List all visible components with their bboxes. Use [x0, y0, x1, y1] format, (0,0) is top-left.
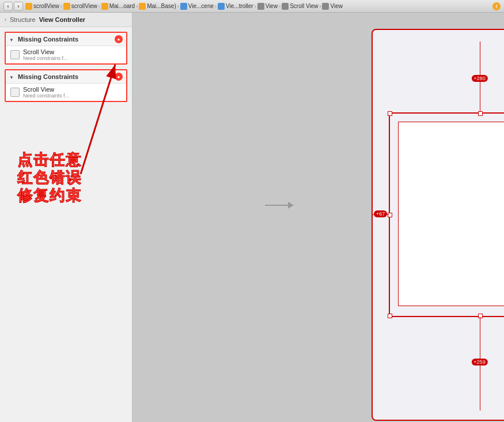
breadcrumb-icon-1 [25, 3, 32, 10]
breadcrumb-label-1: scrollView [33, 3, 59, 9]
breadcrumb-item-1[interactable]: scrollView [25, 3, 59, 10]
breadcrumb-item-6[interactable]: Vie...troller [218, 3, 253, 10]
scroll-view-icon-1 [10, 50, 20, 59]
warning-icon[interactable]: ! [492, 2, 501, 10]
breadcrumb-item-5[interactable]: Vie...cene [180, 3, 214, 10]
breadcrumb-sep-8: › [319, 3, 321, 9]
error-dot-1: ● [115, 35, 123, 43]
nav-buttons[interactable]: ‹ › [3, 2, 23, 11]
constraint-item-detail-1: Need constrains f... [23, 55, 68, 61]
breadcrumb-sep-7: › [279, 3, 281, 9]
scroll-view-icon-2 [10, 88, 20, 97]
breadcrumb-sep-2: › [98, 3, 100, 9]
sidebar-structure-label: Structure [10, 16, 36, 23]
breadcrumb-sep-4: › [177, 3, 179, 9]
constraint-section-2[interactable]: ▼ Missing Constraints ● Scroll View Need… [5, 69, 127, 102]
breadcrumb-icon-9 [322, 3, 329, 10]
breadcrumb-item-9[interactable]: View [322, 3, 343, 10]
scroll-view-border [389, 112, 504, 317]
breadcrumb-icon-5 [180, 3, 187, 10]
handle-tl[interactable] [388, 111, 392, 116]
top-constraint-label: +280 [471, 75, 487, 82]
annotation-line-3: 修复约束 [17, 187, 82, 205]
breadcrumb-label-6: Vie...troller [226, 3, 253, 9]
breadcrumb-label-7: View [266, 3, 278, 9]
section-triangle-1: ▼ [9, 37, 14, 43]
constraint-item-detail-2: Need constraints f... [23, 93, 69, 99]
top-bar: ‹ › scrollView › scrollView › Mai...oard… [0, 0, 504, 13]
annotation-line-1: 点击任意 [17, 151, 82, 169]
sidebar-chevron: ‹ [5, 17, 6, 22]
breadcrumb-icon-7 [257, 3, 264, 10]
breadcrumb-icon-3 [101, 3, 108, 10]
constraint-item-text-1: Scroll View Need constrains f... [23, 48, 68, 61]
constraint-section-header-1: ▼ Missing Constraints ● [6, 33, 126, 46]
section-triangle-2: ▼ [9, 75, 14, 80]
transition-arrow [265, 202, 294, 209]
main-layout: ‹ Structure View Controller ▼ Missing Co… [0, 13, 504, 422]
breadcrumb-label-3: Mai...oard [109, 3, 135, 9]
handle-bc[interactable] [478, 314, 483, 318]
top-bar-right: ! [492, 2, 501, 10]
sidebar-header: ‹ Structure View Controller [0, 13, 132, 27]
section-title-1: Missing Constraints [18, 36, 78, 43]
bottom-constraint-label: +259 [471, 359, 487, 366]
constraint-section-header-2: ▼ Missing Constraints ● [6, 70, 126, 84]
iphone-mockup: +280 [372, 29, 504, 421]
annotation-text: 点击任意 红色错误 修复约束 [17, 151, 82, 205]
canvas: +280 [132, 13, 504, 422]
constraint-item-1[interactable]: Scroll View Need constrains f... [6, 46, 126, 63]
constraint-item-text-2: Scroll View Need constraints f... [23, 86, 69, 99]
error-dot-2: ● [115, 73, 123, 81]
breadcrumb-sep-5: › [215, 3, 217, 9]
breadcrumb-icon-2 [63, 3, 70, 10]
section-title-2: Missing Constraints [18, 73, 78, 80]
arrow-shaft [265, 205, 288, 206]
breadcrumb-item-7[interactable]: View [257, 3, 278, 10]
inner-content-view [398, 122, 504, 306]
breadcrumb-label-2: scrollView [71, 3, 97, 9]
breadcrumb-icon-4 [139, 3, 146, 10]
breadcrumb-label-9: View [330, 3, 343, 9]
breadcrumb: scrollView › scrollView › Mai...oard › M… [25, 3, 343, 10]
handle-bl[interactable] [388, 314, 392, 318]
breadcrumb-sep-6: › [255, 3, 256, 9]
handle-tc[interactable] [478, 111, 483, 116]
breadcrumb-icon-8 [282, 3, 289, 10]
breadcrumb-sep-3: › [136, 3, 138, 9]
constraint-item-name-2: Scroll View [23, 86, 69, 93]
constraint-item-name-1: Scroll View [23, 48, 68, 55]
constraint-section-1[interactable]: ▼ Missing Constraints ● Scroll View Need… [5, 32, 127, 65]
sidebar-viewcontroller-label: View Controller [39, 16, 85, 23]
breadcrumb-item-4[interactable]: Mai...Base) [139, 3, 176, 10]
breadcrumb-label-4: Mai...Base) [147, 3, 176, 9]
constraint-item-2[interactable]: Scroll View Need constraints f... [6, 84, 126, 101]
breadcrumb-item-3[interactable]: Mai...oard [101, 3, 135, 10]
breadcrumb-item-2[interactable]: scrollView [63, 3, 97, 10]
breadcrumb-icon-6 [218, 3, 225, 10]
sidebar: ‹ Structure View Controller ▼ Missing Co… [0, 13, 132, 422]
breadcrumb-sep-1: › [60, 3, 62, 9]
left-constraint-label: +67 [374, 210, 387, 217]
breadcrumb-item-8[interactable]: Scroll View [282, 3, 318, 10]
breadcrumb-label-8: Scroll View [290, 3, 318, 9]
breadcrumb-label-5: Vie...cene [188, 3, 214, 9]
arrow-head [288, 202, 294, 209]
forward-button[interactable]: › [14, 2, 23, 11]
back-button[interactable]: ‹ [3, 2, 13, 11]
annotation-line-2: 红色错误 [17, 169, 82, 187]
